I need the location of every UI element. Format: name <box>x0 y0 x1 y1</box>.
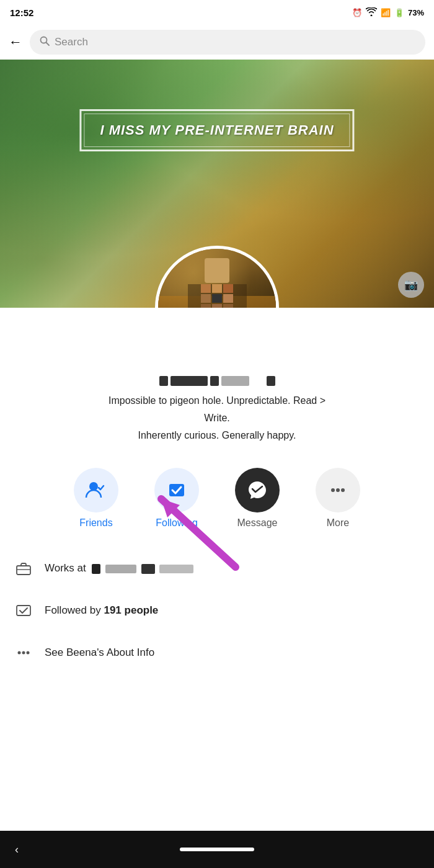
bio-line-1: Impossible to pigeon hole. Unpredictable… <box>0 393 434 408</box>
more-label: More <box>327 517 349 529</box>
svg-point-7 <box>341 488 345 492</box>
briefcase-icon <box>12 557 35 579</box>
following-detail-icon <box>12 599 35 622</box>
friends-icon-circle <box>74 468 118 512</box>
message-button[interactable]: Message <box>220 468 294 529</box>
works-at-redacted <box>89 562 196 574</box>
profile-details: Works at Followed by 191 people <box>0 541 434 680</box>
more-button[interactable]: More <box>301 468 375 529</box>
svg-rect-12 <box>17 606 30 615</box>
avatar-image <box>158 249 276 308</box>
status-icons: ⏰ 📶 🔋 73% <box>352 7 424 18</box>
following-icon-circle <box>154 468 199 512</box>
alarm-icon: ⏰ <box>352 8 362 17</box>
avatar-wrap <box>155 246 279 308</box>
cover-text-frame: I MISS MY PRE-INTERNET BRAIN <box>79 109 354 151</box>
profile-name-bar <box>0 376 434 386</box>
name-block-2 <box>170 376 208 386</box>
cover-camera-button[interactable]: 📷 <box>398 272 424 298</box>
friends-button[interactable]: Friends <box>59 468 133 529</box>
see-about-row[interactable]: See Beena's About Info <box>0 632 434 674</box>
search-placeholder: Search <box>55 36 88 48</box>
nav-back-button[interactable]: ‹ <box>15 843 19 856</box>
name-block-5 <box>267 376 275 386</box>
message-icon-circle <box>235 468 280 512</box>
friends-label: Friends <box>79 517 112 529</box>
search-input-wrap[interactable]: Search <box>30 30 425 55</box>
status-bar: 12:52 ⏰ 📶 🔋 73% <box>0 0 434 25</box>
message-label: Message <box>237 517 278 529</box>
name-block-3 <box>210 376 219 386</box>
see-about-text: See Beena's About Info <box>45 647 154 659</box>
status-time: 12:52 <box>10 7 33 18</box>
svg-point-3 <box>101 485 102 486</box>
profile-avatar[interactable] <box>155 246 279 308</box>
dots-icon <box>12 642 35 664</box>
name-block-4 <box>221 376 249 386</box>
svg-rect-10 <box>17 566 30 575</box>
svg-point-14 <box>22 651 25 655</box>
wifi-icon <box>366 7 377 18</box>
back-button[interactable]: ← <box>9 34 22 50</box>
svg-point-15 <box>27 651 30 655</box>
nav-home-indicator[interactable] <box>180 848 254 851</box>
cover-text: I MISS MY PRE-INTERNET BRAIN <box>100 122 334 138</box>
svg-point-13 <box>18 651 21 655</box>
name-redacted <box>159 376 275 386</box>
svg-point-6 <box>336 488 340 492</box>
cover-photo: I MISS MY PRE-INTERNET BRAIN 📷 <box>0 60 434 308</box>
works-at-label: Works at <box>45 562 86 574</box>
name-block-1 <box>159 376 168 386</box>
following-button[interactable]: Following <box>140 468 214 529</box>
battery-icon: 🔋 <box>394 8 404 17</box>
battery-percent: 73% <box>408 8 424 17</box>
cover-background: I MISS MY PRE-INTERNET BRAIN 📷 <box>0 60 434 308</box>
search-icon <box>40 36 50 48</box>
nav-spacer <box>0 680 434 730</box>
followed-by-label: Followed by <box>45 604 101 616</box>
profile-info: Impossible to pigeon hole. Unpredictable… <box>0 308 434 455</box>
followed-by-text: Followed by 191 people <box>45 604 158 617</box>
works-at-text: Works at <box>45 562 195 575</box>
svg-point-5 <box>331 488 335 492</box>
svg-line-1 <box>46 43 50 46</box>
bio-line-2: Write. <box>0 411 434 426</box>
following-label: Following <box>156 517 198 529</box>
action-buttons: Friends Following Message <box>0 455 434 541</box>
action-area: Friends Following Message <box>0 455 434 541</box>
search-bar: ← Search <box>0 25 434 60</box>
followed-by-row: Followed by 191 people <box>0 589 434 632</box>
signal-icon: 📶 <box>381 8 391 17</box>
bio-line-3: Inherently curious. Generally happy. <box>0 428 434 443</box>
followed-by-count: 191 people <box>104 604 158 616</box>
more-icon-circle <box>316 468 360 512</box>
works-at-row: Works at <box>0 547 434 589</box>
camera-icon: 📷 <box>404 278 418 292</box>
nav-bar: ‹ <box>0 831 434 868</box>
